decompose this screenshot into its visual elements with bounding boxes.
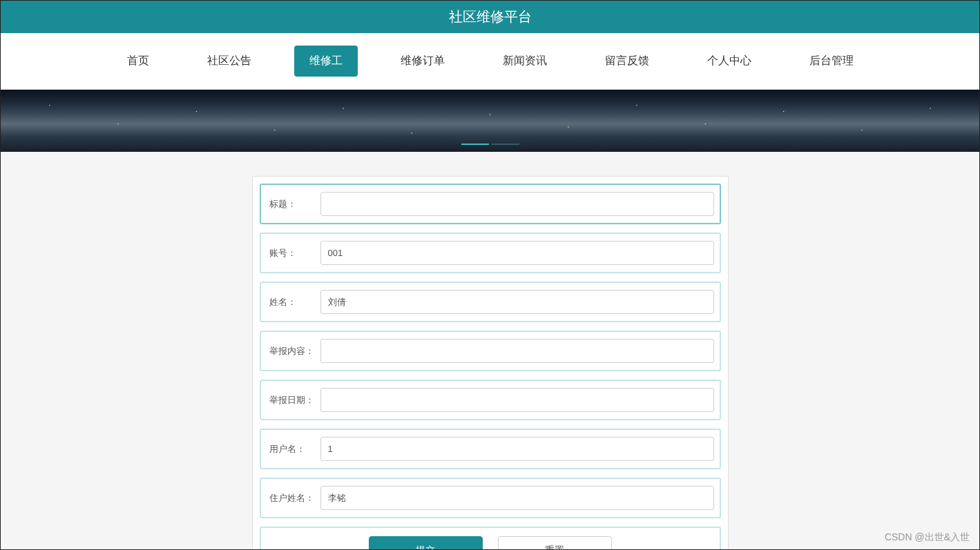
form-row-report-date: 举报日期： bbox=[260, 380, 721, 420]
nav-item-repairman[interactable]: 维修工 bbox=[294, 46, 358, 77]
header-bar: 社区维修平台 bbox=[1, 1, 979, 33]
label-report-date: 举报日期： bbox=[267, 394, 320, 406]
form-card: 标题： 账号： 姓名： 举报内容： 举报日期： 用户名： 住户姓名： bbox=[252, 176, 729, 550]
form-row-account: 账号： bbox=[260, 233, 721, 273]
input-report-content[interactable] bbox=[320, 339, 714, 363]
site-title: 社区维修平台 bbox=[449, 9, 532, 24]
label-title: 标题： bbox=[267, 198, 320, 210]
label-resident-name: 住户姓名： bbox=[267, 492, 320, 504]
content-area: 标题： 账号： 姓名： 举报内容： 举报日期： 用户名： 住户姓名： bbox=[1, 152, 979, 550]
nav-item-admin[interactable]: 后台管理 bbox=[794, 46, 869, 77]
submit-button[interactable]: 提交 bbox=[369, 536, 483, 550]
input-report-date[interactable] bbox=[320, 388, 714, 412]
nav-item-news[interactable]: 新闻资讯 bbox=[488, 46, 562, 77]
nav-item-profile[interactable]: 个人中心 bbox=[692, 46, 767, 77]
input-resident-name[interactable] bbox=[320, 486, 714, 510]
nav-item-feedback[interactable]: 留言反馈 bbox=[590, 46, 664, 77]
label-account: 账号： bbox=[267, 247, 320, 259]
input-title[interactable] bbox=[320, 192, 714, 216]
label-name: 姓名： bbox=[267, 296, 320, 308]
nav-item-orders[interactable]: 维修订单 bbox=[385, 46, 460, 77]
banner-image bbox=[1, 90, 979, 152]
nav-item-home[interactable]: 首页 bbox=[112, 46, 164, 77]
banner-indicator[interactable] bbox=[461, 144, 519, 145]
input-account[interactable] bbox=[320, 241, 714, 265]
input-name[interactable] bbox=[320, 290, 714, 314]
label-username: 用户名： bbox=[267, 443, 320, 455]
form-row-report-content: 举报内容： bbox=[260, 331, 721, 371]
form-row-username: 用户名： bbox=[260, 429, 721, 469]
nav-bar: 首页 社区公告 维修工 维修订单 新闻资讯 留言反馈 个人中心 后台管理 bbox=[1, 33, 979, 90]
button-row: 提交 重置 bbox=[260, 527, 721, 550]
reset-button[interactable]: 重置 bbox=[498, 536, 612, 550]
banner-dot-1[interactable] bbox=[461, 144, 489, 145]
form-row-title: 标题： bbox=[260, 184, 721, 224]
nav-item-notice[interactable]: 社区公告 bbox=[192, 46, 267, 77]
form-row-name: 姓名： bbox=[260, 282, 721, 322]
watermark: CSDN @出世&入世 bbox=[885, 531, 970, 544]
form-row-resident-name: 住户姓名： bbox=[260, 478, 721, 518]
nav-inner: 首页 社区公告 维修工 维修订单 新闻资讯 留言反馈 个人中心 后台管理 bbox=[1, 46, 979, 77]
banner-dot-2[interactable] bbox=[492, 144, 519, 145]
input-username[interactable] bbox=[320, 437, 714, 461]
label-report-content: 举报内容： bbox=[267, 345, 320, 357]
